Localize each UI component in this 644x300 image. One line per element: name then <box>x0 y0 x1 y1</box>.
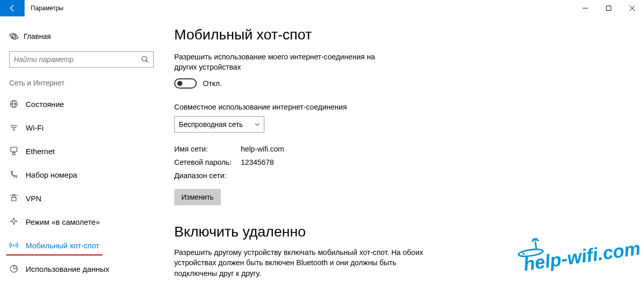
dropdown-value: Беспроводная сеть <box>179 120 243 128</box>
sidebar-item-airplane[interactable]: Режим «в самолете» <box>0 210 159 233</box>
edit-button[interactable]: Изменить <box>174 189 221 205</box>
sidebar-item-label: Режим «в самолете» <box>26 218 100 226</box>
svg-point-14 <box>13 245 15 246</box>
svg-point-16 <box>518 248 543 258</box>
sidebar-item-vpn[interactable]: VPN <box>0 186 159 210</box>
sidebar-item-label: Набор номера <box>26 170 77 179</box>
sidebar-item-label: Wi-Fi <box>26 123 44 132</box>
watermark-text: help-wifi.com <box>522 238 642 275</box>
remote-heading: Включить удаленно <box>174 224 644 240</box>
sidebar-home-label: Главная <box>24 32 51 40</box>
svg-point-17 <box>523 253 525 255</box>
network-band-label: Диапазон сети: <box>174 172 241 180</box>
sidebar-item-hotspot[interactable]: Мобильный хот-спот <box>0 233 159 257</box>
toggle-knob <box>177 81 182 86</box>
share-from-label: Совместное использование интернет-соедин… <box>174 103 644 111</box>
data-usage-icon <box>9 264 26 273</box>
titlebar: Параметры <box>0 0 644 16</box>
sidebar-item-label: Ethernet <box>26 147 55 156</box>
window-controls <box>573 0 644 16</box>
network-password-label: Сетевой пароль: <box>174 158 241 166</box>
svg-line-5 <box>146 60 148 62</box>
network-name-value: help-wifi.com <box>241 145 284 153</box>
arrow-left-icon <box>8 4 17 13</box>
globe-icon <box>9 99 26 109</box>
hotspot-icon <box>9 241 26 250</box>
close-icon <box>630 6 635 11</box>
sidebar-item-label: Использование данных <box>26 265 109 273</box>
main-panel: Мобильный хот-спот Разрешить использован… <box>159 16 644 300</box>
close-button[interactable] <box>620 0 644 16</box>
page-title: Мобильный хот-спот <box>174 27 644 43</box>
gear-icon <box>9 32 24 41</box>
network-name-label: Имя сети: <box>174 145 241 153</box>
svg-rect-13 <box>12 198 16 201</box>
maximize-button[interactable] <box>597 0 620 16</box>
toggle-state-label: Откл. <box>203 79 222 88</box>
airplane-icon <box>9 217 26 226</box>
sidebar-item-label: Состояние <box>26 100 64 109</box>
search-input[interactable] <box>14 55 141 63</box>
sidebar: Главная Сеть и Интернет Состояние Wi-Fi <box>0 16 159 300</box>
svg-line-18 <box>535 241 536 249</box>
back-button[interactable] <box>0 0 25 16</box>
svg-point-4 <box>142 56 147 61</box>
chevron-down-icon <box>255 122 260 127</box>
network-password-value: 12345678 <box>241 158 274 166</box>
svg-rect-1 <box>607 6 611 11</box>
network-name-row: Имя сети: help-wifi.com <box>174 145 644 153</box>
sidebar-item-dialup[interactable]: Набор номера <box>0 163 159 186</box>
sidebar-category: Сеть и Интернет <box>9 79 150 87</box>
share-description: Разрешить использование моего интернет-с… <box>174 52 400 72</box>
svg-rect-10 <box>11 147 17 152</box>
network-password-row: Сетевой пароль: 12345678 <box>174 158 644 166</box>
ethernet-icon <box>9 146 26 156</box>
minimize-button[interactable] <box>573 0 597 16</box>
sidebar-item-ethernet[interactable]: Ethernet <box>0 139 159 163</box>
remote-description: Разрешить другому устройству включать мо… <box>174 247 430 278</box>
wifi-icon <box>9 123 26 132</box>
phone-icon <box>9 170 26 179</box>
window-title: Параметры <box>25 0 70 16</box>
svg-rect-11 <box>13 153 15 155</box>
minimize-icon <box>583 6 588 11</box>
sidebar-item-label: Мобильный хот-спот <box>26 241 99 250</box>
maximize-icon <box>606 6 611 11</box>
annotation-underline <box>6 254 102 255</box>
search-input-container[interactable] <box>9 51 154 68</box>
network-band-row: Диапазон сети: <box>174 172 644 180</box>
sidebar-item-wifi[interactable]: Wi-Fi <box>0 116 159 139</box>
sidebar-item-status[interactable]: Состояние <box>0 92 159 116</box>
share-from-dropdown[interactable]: Беспроводная сеть <box>174 116 264 133</box>
share-toggle-row: Откл. <box>174 78 644 89</box>
svg-point-9 <box>13 130 14 131</box>
share-toggle[interactable] <box>174 78 197 89</box>
vpn-icon <box>9 194 26 203</box>
sidebar-item-datausage[interactable]: Использование данных <box>0 257 159 281</box>
content: Главная Сеть и Интернет Состояние Wi-Fi <box>0 16 644 300</box>
sidebar-item-label: VPN <box>26 194 41 203</box>
sidebar-home[interactable]: Главная <box>9 26 150 47</box>
search-icon <box>141 55 149 63</box>
